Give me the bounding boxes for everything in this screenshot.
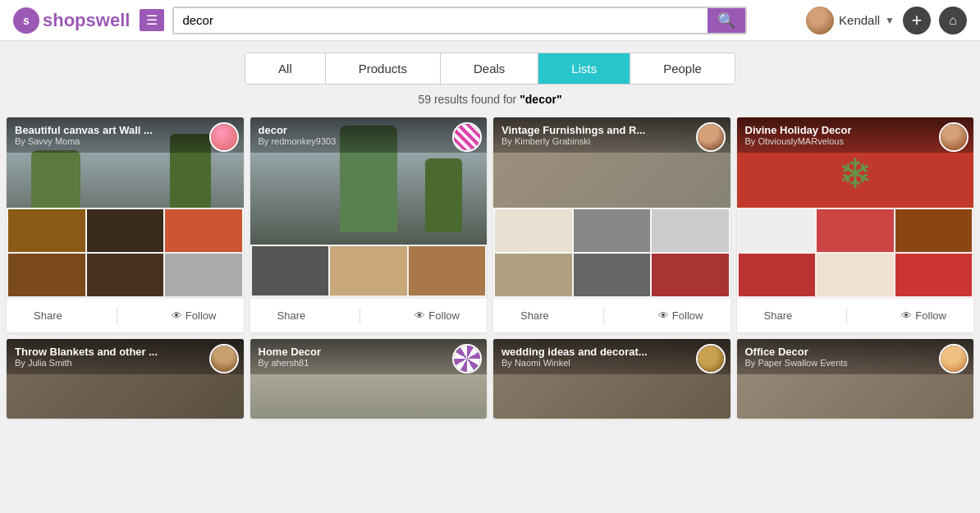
card-header: wedding ideas and decorat... By Naomi Wi… (493, 339, 730, 374)
card-avatar (939, 122, 969, 152)
eye-icon: 👁 (901, 309, 912, 322)
thumbnail-grid (250, 245, 488, 298)
tab-products[interactable]: Products (326, 53, 441, 84)
thumb-cell (87, 209, 164, 252)
logo-shop: shop (43, 10, 86, 30)
card-author: By ObviouslyMARvelous (745, 136, 940, 146)
follow-button[interactable]: 👁 Follow (414, 309, 460, 322)
card-header: Office Decor By Paper Swallow Events (737, 339, 974, 374)
thumb-cell (87, 254, 164, 296)
card-author: By ahersh81 (259, 358, 453, 368)
thumbnail-grid (7, 208, 244, 298)
user-menu[interactable]: Kendall ▼ (806, 7, 895, 34)
home-button[interactable]: ⌂ (939, 7, 967, 34)
card-inner: ❄ Divine Holiday Decor By ObviouslyMARve… (737, 117, 974, 298)
card-author: By redmonkey9303 (259, 136, 453, 146)
card-title: Office Decor (745, 346, 940, 358)
follow-button[interactable]: 👁 Follow (172, 309, 217, 322)
card-inner: Throw Blankets and other ... By Julia Sm… (7, 339, 244, 419)
logo-text: shopswell (43, 10, 130, 31)
results-query: "decor" (520, 93, 561, 106)
thumb-cell (895, 254, 973, 296)
card-footer: Share 👁 Follow (493, 298, 730, 332)
header: s shopswell ☰ 🔍 Kendall ▼ + ⌂ (0, 0, 980, 41)
follow-button[interactable]: 👁 Follow (901, 309, 946, 322)
thumb-cell (739, 209, 816, 252)
thumb-cell (739, 254, 816, 296)
card-header: Throw Blankets and other ... By Julia Sm… (7, 339, 244, 374)
card-title: Vintage Furnishings and R... (501, 124, 696, 136)
card-header: Beautiful canvas art Wall ... By Savvy M… (7, 117, 244, 153)
card-author: By Naomi Winkel (501, 358, 696, 368)
card-inner: Vintage Furnishings and R... By Kimberly… (493, 117, 730, 298)
share-button[interactable]: Share (520, 309, 549, 322)
results-info: 59 results found for "decor" (0, 85, 980, 117)
logo[interactable]: s shopswell (13, 7, 130, 34)
divider (117, 308, 117, 324)
tab-all[interactable]: All (245, 53, 326, 84)
share-button[interactable]: Share (34, 309, 62, 322)
thumb-cell (409, 246, 486, 295)
thumbnail-grid (737, 208, 974, 298)
add-button[interactable]: + (903, 7, 931, 34)
thumb-cell (8, 209, 85, 252)
card-title: wedding ideas and decorat... (501, 346, 696, 358)
tab-lists[interactable]: Lists (538, 53, 630, 84)
card-author: By Julia Smith (15, 358, 209, 368)
tab-deals[interactable]: Deals (441, 53, 538, 84)
thumb-cell (165, 254, 242, 296)
list-item: wedding ideas and decorat... By Naomi Wi… (493, 339, 730, 419)
share-button[interactable]: Share (277, 309, 306, 322)
card-footer: Share 👁 Follow (250, 298, 488, 332)
card-inner: Beautiful canvas art Wall ... By Savvy M… (7, 117, 244, 298)
follow-label: Follow (915, 309, 946, 322)
search-icon: 🔍 (717, 12, 735, 29)
thumb-cell (252, 246, 329, 295)
list-item: Throw Blankets and other ... By Julia Sm… (7, 339, 244, 419)
menu-button[interactable]: ☰ (140, 9, 164, 31)
eye-icon: 👁 (414, 309, 425, 322)
tab-people[interactable]: People (630, 53, 735, 84)
thumb-cell (652, 209, 729, 252)
card-title: Beautiful canvas art Wall ... (15, 124, 209, 136)
user-name: Kendall (839, 13, 880, 27)
follow-label: Follow (672, 309, 703, 322)
card-header: Vintage Furnishings and R... By Kimberly… (493, 117, 730, 153)
thumb-cell (8, 254, 85, 296)
card-avatar (696, 344, 726, 373)
follow-label: Follow (428, 309, 460, 322)
avatar (806, 7, 834, 34)
card-avatar (452, 344, 482, 373)
list-item: Beautiful canvas art Wall ... By Savvy M… (7, 117, 244, 332)
card-inner: wedding ideas and decorat... By Naomi Wi… (493, 339, 730, 419)
card-avatar (939, 344, 969, 373)
follow-button[interactable]: 👁 Follow (658, 309, 703, 322)
thumb-cell (817, 209, 894, 252)
thumb-cell (495, 209, 572, 252)
card-header: decor By redmonkey9303 (250, 117, 488, 153)
card-avatar (452, 122, 482, 152)
eye-icon: 👁 (658, 309, 669, 322)
card-title: Throw Blankets and other ... (15, 346, 209, 358)
share-button[interactable]: Share (764, 309, 793, 322)
card-author: By Savvy Moma (15, 136, 209, 146)
card-inner: Office Decor By Paper Swallow Events (737, 339, 974, 419)
main-grid: Beautiful canvas art Wall ... By Savvy M… (0, 117, 980, 425)
thumb-cell (495, 254, 572, 296)
follow-label: Follow (185, 309, 217, 322)
list-item: decor By redmonkey9303 Share 👁 Follow (250, 117, 488, 332)
card-header: Divine Holiday Decor By ObviouslyMARvelo… (737, 117, 974, 153)
card-avatar (696, 122, 726, 152)
search-button[interactable]: 🔍 (708, 8, 745, 33)
card-footer: Share 👁 Follow (737, 298, 974, 332)
card-avatar (209, 344, 239, 373)
thumbnail-grid (493, 208, 730, 298)
tabs-container: All Products Deals Lists People (0, 41, 980, 85)
search-input[interactable] (174, 8, 708, 33)
logo-swell: swell (86, 10, 131, 30)
list-item: ❄ Divine Holiday Decor By ObviouslyMARve… (737, 117, 974, 332)
card-inner: decor By redmonkey9303 (250, 117, 488, 298)
divider (603, 308, 604, 324)
list-item: Home Decor By ahersh81 (250, 339, 488, 419)
eye-icon: 👁 (172, 309, 182, 322)
